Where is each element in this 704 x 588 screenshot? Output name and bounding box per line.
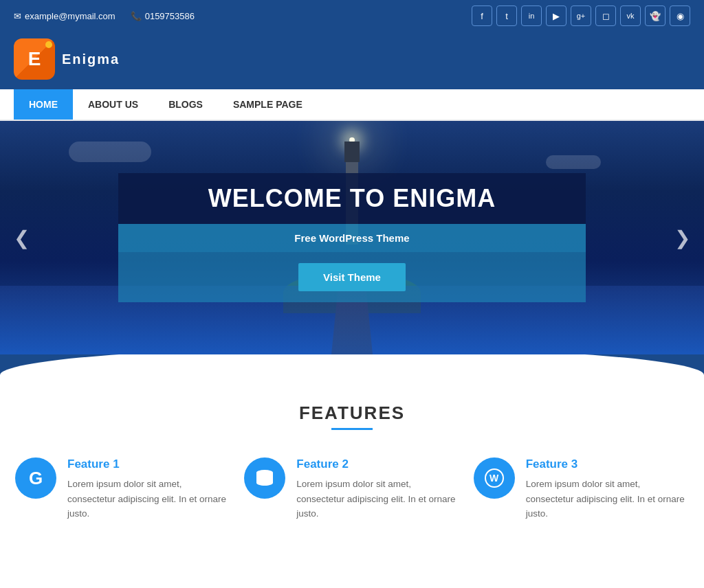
navigation-bar: HOME ABOUT US BLOGS SAMPLE PAGE	[0, 89, 704, 121]
feature-3-content: Feature 3 Lorem ipsum dolor sit amet, co…	[526, 457, 689, 521]
prev-slide-button[interactable]: ❮	[7, 220, 36, 256]
youtube-icon[interactable]: ▶	[546, 5, 566, 26]
hero-title: WELCOME TO ENIGMA	[139, 184, 565, 213]
feature-2-icon	[244, 457, 285, 499]
nav-blogs[interactable]: BLOGS	[153, 89, 218, 120]
vk-icon[interactable]: vk	[620, 5, 641, 26]
twitter-icon[interactable]: t	[496, 5, 517, 26]
feature-2: Feature 2 Lorem ipsum dolor sit amet, co…	[244, 457, 459, 521]
top-bar: ✉ example@mymail.com 📞 0159753586 f t in…	[0, 0, 704, 32]
phone-number: 0159753586	[145, 11, 195, 21]
snapchat-icon[interactable]: 👻	[645, 5, 666, 26]
feature-1-content: Feature 1 Lorem ipsum dolor sit amet, co…	[67, 457, 230, 521]
feature-1-icon-letter: G	[29, 468, 43, 489]
whatsapp-icon[interactable]: ◉	[670, 5, 690, 26]
wordpress-icon: W	[484, 468, 505, 488]
nav-about[interactable]: ABOUT US	[73, 89, 153, 120]
feature-3-title: Feature 3	[526, 457, 689, 471]
hero-slider: ❮ ❯ WELCOME TO ENIGMA Free WordPress The…	[0, 121, 704, 354]
feature-2-content: Feature 2 Lorem ipsum dolor sit amet, co…	[296, 457, 459, 521]
contact-info: ✉ example@mymail.com 📞 0159753586	[14, 11, 195, 21]
feature-1: G Feature 1 Lorem ipsum dolor sit amet, …	[15, 457, 230, 521]
feature-3-icon: W	[474, 457, 515, 499]
features-section: FEATURES G Feature 1 Lorem ipsum dolor s…	[0, 375, 704, 556]
next-slide-button[interactable]: ❯	[668, 220, 697, 256]
hero-content: WELCOME TO ENIGMA Free WordPress Theme V…	[118, 173, 586, 302]
cloud-2	[546, 155, 601, 169]
hero-button-box: Visit Theme	[118, 252, 586, 302]
email-contact: ✉ example@mymail.com	[14, 11, 116, 21]
feature-3-text: Lorem ipsum dolor sit amet, consectetur …	[526, 477, 689, 521]
feature-2-title: Feature 2	[296, 457, 459, 471]
logo-dot	[45, 41, 52, 48]
lighthouse-top	[344, 142, 360, 162]
hero-subtitle-box: Free WordPress Theme	[118, 224, 586, 252]
svg-text:W: W	[490, 473, 499, 484]
nav-sample-page[interactable]: SAMPLE PAGE	[218, 89, 318, 120]
googleplus-icon[interactable]: g+	[571, 5, 591, 26]
hero-title-box: WELCOME TO ENIGMA	[118, 173, 586, 224]
features-grid: G Feature 1 Lorem ipsum dolor sit amet, …	[15, 457, 689, 521]
cloud-1	[69, 142, 151, 162]
facebook-icon[interactable]: f	[472, 5, 492, 26]
feature-3: W Feature 3 Lorem ipsum dolor sit amet, …	[474, 457, 689, 521]
phone-contact: 📞 0159753586	[131, 11, 195, 21]
database-icon	[254, 468, 275, 488]
logo-letter: E	[28, 48, 41, 70]
visit-theme-button[interactable]: Visit Theme	[298, 263, 406, 291]
hero-subtitle: Free WordPress Theme	[139, 232, 565, 244]
feature-1-text: Lorem ipsum dolor sit amet, consectetur …	[67, 477, 230, 521]
header-logo-area: E Enigma	[0, 32, 704, 89]
email-icon: ✉	[14, 11, 21, 21]
features-title: FEATURES	[14, 403, 690, 424]
instagram-icon[interactable]: ◻	[595, 5, 616, 26]
logo-icon: E	[14, 38, 55, 80]
social-icons-bar: f t in ▶ g+ ◻ vk 👻 ◉	[472, 5, 690, 26]
feature-1-title: Feature 1	[67, 457, 230, 471]
nav-home[interactable]: HOME	[14, 89, 73, 120]
email-address: example@mymail.com	[25, 11, 116, 21]
feature-2-text: Lorem ipsum dolor sit amet, consectetur …	[296, 477, 459, 521]
phone-icon: 📞	[131, 11, 142, 21]
logo-brand-name: Enigma	[62, 52, 120, 67]
feature-1-icon: G	[15, 457, 56, 499]
linkedin-icon[interactable]: in	[521, 5, 542, 26]
features-underline	[331, 428, 373, 430]
